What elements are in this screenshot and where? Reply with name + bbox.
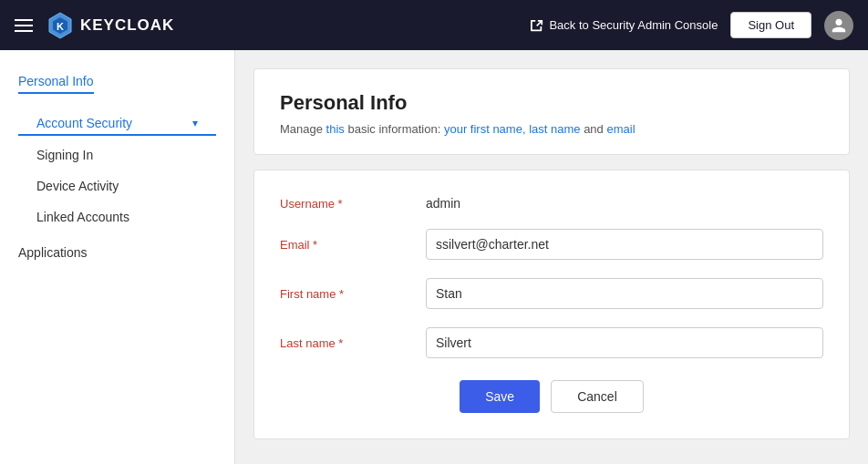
lastname-label: Last name * [280,336,426,350]
page-title: Personal Info [280,91,823,115]
email-label: Email * [280,238,426,252]
topnav-right: Back to Security Admin Console Sign Out [531,11,853,40]
hamburger-menu[interactable] [15,19,33,32]
page-description: Manage this basic information: your firs… [280,122,823,136]
username-row: Username * admin [280,196,823,211]
firstname-field[interactable] [426,278,823,309]
sidebar-item-linked-accounts[interactable]: Linked Accounts [0,201,234,232]
back-to-admin-link[interactable]: Back to Security Admin Console [531,18,718,32]
firstname-row: First name * [280,278,823,309]
lastname-row: Last name * [280,327,823,358]
main-content: Personal Info Manage this basic informat… [235,50,868,464]
email-field[interactable] [426,229,823,260]
form-actions: Save Cancel [280,380,823,413]
topnav: K KEYCLOAK Back to Security Admin Consol… [0,0,868,50]
sidebar-item-device-activity[interactable]: Device Activity [0,170,234,201]
logo-text: KEYCLOAK [80,16,174,35]
cancel-button[interactable]: Cancel [551,380,644,413]
sidebar-item-applications[interactable]: Applications [0,236,234,269]
external-link-icon [531,19,543,32]
sidebar: Personal Info Account Security ▾ Signing… [0,50,235,464]
username-label: Username * [280,197,426,211]
layout: Personal Info Account Security ▾ Signing… [0,50,868,464]
avatar [824,11,853,40]
sidebar-item-personal-info[interactable]: Personal Info [18,74,94,94]
keycloak-logo-icon: K [46,11,75,40]
topnav-left: K KEYCLOAK [15,11,174,40]
info-card: Personal Info Manage this basic informat… [253,68,850,155]
sidebar-item-account-security[interactable]: Account Security ▾ [18,108,216,136]
firstname-label: First name * [280,287,426,301]
back-link-label: Back to Security Admin Console [549,18,718,32]
lastname-field[interactable] [426,327,823,358]
sign-out-button[interactable]: Sign Out [730,12,811,38]
logo-area: K KEYCLOAK [46,11,174,40]
chevron-down-icon: ▾ [192,117,198,129]
sidebar-item-signing-in[interactable]: Signing In [0,139,234,170]
email-row: Email * [280,229,823,260]
form-card: Username * admin Email * First name * La… [253,170,850,439]
svg-text:K: K [57,21,64,32]
username-value: admin [426,196,460,211]
save-button[interactable]: Save [460,380,540,413]
